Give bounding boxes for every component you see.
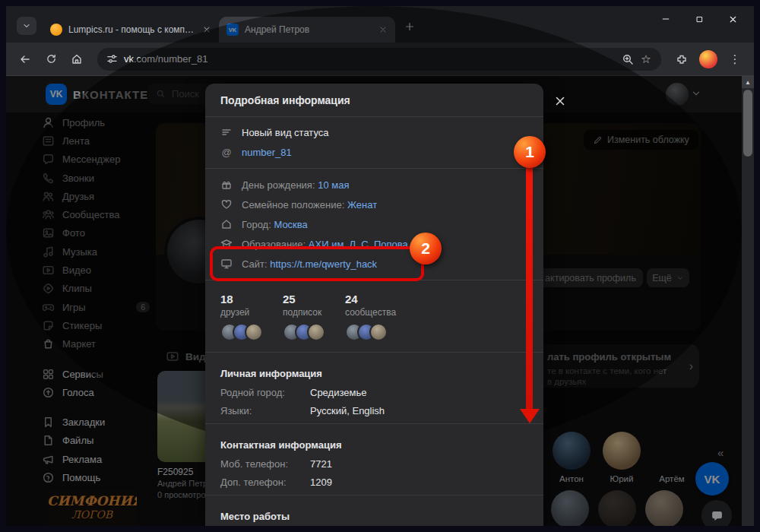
window-controls (649, 6, 749, 32)
info-row: Родной город:Средиземье (220, 387, 528, 398)
reload-icon (46, 53, 57, 65)
extensions-button[interactable] (670, 48, 693, 71)
annotation-step-1: 1 (514, 136, 546, 168)
puzzle-icon (676, 53, 688, 65)
at-icon: @ (220, 146, 233, 158)
detail-label: Семейное положение: (242, 199, 344, 211)
page-viewport: VK ВКОНТАКТЕ Поиск Профиль (6, 76, 754, 526)
section-title: Место работы (220, 511, 528, 522)
minimize-icon (661, 14, 670, 24)
detail-icon (220, 218, 233, 230)
lumpics-favicon (50, 24, 62, 36)
stat-count: 25 (283, 293, 325, 306)
site-settings-icon[interactable] (106, 53, 118, 65)
avatar-cluster[interactable] (283, 323, 325, 341)
maximize-icon (695, 15, 704, 24)
stats-item[interactable]: 24 сообщества (345, 293, 396, 341)
annotation-step-2: 2 (410, 233, 442, 264)
reload-button[interactable] (40, 48, 62, 71)
avatar (369, 323, 388, 341)
modal-close-button[interactable] (553, 94, 567, 108)
stat-count: 18 (220, 293, 263, 306)
detail-label: День рождения: (242, 179, 315, 191)
stats-row: 18 друзей 25 подписок (205, 287, 543, 346)
section-title: Личная информация (220, 368, 528, 379)
divider (205, 495, 543, 496)
back-button[interactable] (14, 48, 36, 71)
scroll-up-button[interactable]: ▲ (742, 76, 754, 88)
info-row: Доп. телефон:1209 (220, 477, 528, 488)
detail-row: Семейное положение: Женат (205, 195, 543, 214)
tab-title: Lumpics.ru - помощь с компью (68, 24, 196, 35)
section-title: Контактная информация (220, 439, 528, 451)
username-row[interactable]: @ number_81 (205, 142, 543, 162)
avatar-cluster[interactable] (345, 323, 396, 341)
browser-window: Lumpics.ru - помощь с компью VK Андрей П… (6, 6, 754, 526)
tab-search-button[interactable] (17, 17, 36, 35)
page-scrollbar[interactable]: ▲ (742, 76, 754, 526)
info-label: Моб. телефон: (220, 458, 310, 470)
status-text: Новый вид статуса (242, 127, 329, 138)
divider (205, 168, 543, 169)
annotation-highlight-box (210, 246, 424, 281)
back-icon (19, 53, 31, 65)
info-label: Родной город: (220, 387, 310, 398)
screenshot-root: Lumpics.ru - помощь с компью VK Андрей П… (0, 0, 760, 532)
stat-label: подписок (283, 307, 325, 318)
annotation-arrow-head (520, 409, 540, 423)
avatar-cluster[interactable] (220, 323, 263, 341)
info-row: Моб. телефон:7721 (220, 458, 528, 470)
detail-icon (220, 198, 233, 211)
annotation-arrow-line (526, 168, 533, 410)
info-value: 7721 (310, 458, 332, 470)
stat-label: сообщества (345, 307, 396, 318)
close-window-button[interactable] (716, 6, 749, 32)
close-icon (728, 14, 738, 24)
modal-section-personal: Личная информация Родной город:Средиземь… (205, 359, 543, 416)
kebab-menu-icon: ⋮ (729, 53, 741, 65)
home-icon (71, 53, 83, 65)
detail-label: Город: (242, 219, 271, 230)
detail-row: Город: Москва (205, 214, 543, 234)
maximize-button[interactable] (682, 6, 716, 32)
browser-toolbar: vk.com/number_81 ☆ ⋮ (6, 43, 754, 76)
divider (205, 352, 543, 353)
detail-value-link[interactable]: Москва (274, 219, 307, 230)
modal-section-work: Место работы Место работы:XD (205, 502, 543, 526)
avatar (307, 323, 325, 341)
home-button[interactable] (65, 48, 88, 71)
chevron-down-icon (22, 21, 31, 30)
stat-count: 24 (345, 293, 396, 306)
bookmark-star-icon[interactable]: ☆ (640, 53, 652, 65)
info-label: Языки: (220, 405, 310, 416)
info-label: Доп. телефон: (220, 477, 310, 488)
stats-item[interactable]: 25 подписок (283, 293, 325, 341)
stat-label: друзей (220, 307, 263, 318)
zoom-icon[interactable] (622, 53, 634, 65)
avatar (245, 323, 263, 341)
scrollbar-thumb[interactable] (743, 90, 752, 157)
stats-item[interactable]: 18 друзей (220, 293, 263, 341)
status-row[interactable]: Новый вид статуса (205, 117, 543, 142)
username-link[interactable]: number_81 (242, 147, 292, 158)
minimize-button[interactable] (649, 6, 682, 32)
modal-title: Подробная информация (205, 84, 543, 117)
detail-row: День рождения: 10 мая (205, 175, 543, 195)
divider (205, 423, 543, 424)
info-value: 1209 (310, 477, 332, 488)
info-row: Языки:Русский, English (220, 405, 528, 416)
browser-menu-button[interactable]: ⋮ (724, 48, 746, 71)
detail-value-link[interactable]: 10 мая (318, 179, 349, 191)
browser-profile-avatar[interactable] (699, 50, 717, 68)
info-value: Русский, English (310, 405, 385, 416)
modal-section-contacts: Контактная информация Моб. телефон:7721 … (205, 430, 543, 488)
detail-icon (220, 179, 233, 191)
detailed-info-modal: Подробная информация Новый вид статуса @… (205, 84, 543, 526)
status-lines-icon (220, 126, 233, 138)
detail-value-link[interactable]: Женат (347, 199, 377, 211)
info-value: Средиземье (310, 387, 366, 398)
